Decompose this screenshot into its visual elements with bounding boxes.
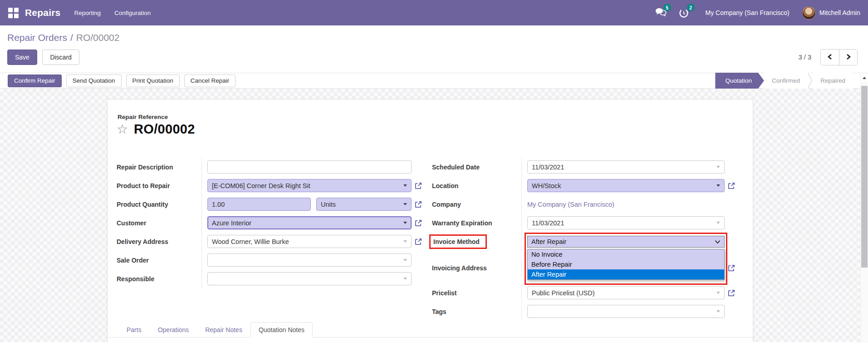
responsible-input[interactable] xyxy=(207,272,412,285)
dropdown-caret-icon[interactable] xyxy=(403,240,407,243)
notebook-tabs: Parts Operations Repair Notes Quotation … xyxy=(108,322,753,338)
form-action-buttons: Save Discard xyxy=(7,50,79,65)
dropdown-caret-icon[interactable] xyxy=(403,222,407,224)
dropdown-caret-icon[interactable] xyxy=(716,166,720,168)
tab-repair-notes[interactable]: Repair Notes xyxy=(197,322,250,338)
customer-label: Customer xyxy=(117,219,201,227)
app-name[interactable]: Repairs xyxy=(25,7,60,18)
menu-configuration[interactable]: Configuration xyxy=(114,10,151,16)
discard-button[interactable]: Discard xyxy=(42,50,79,65)
cancel-repair-button[interactable]: Cancel Repair xyxy=(184,75,236,87)
external-link-icon[interactable] xyxy=(725,182,736,190)
messages-button[interactable]: 5 xyxy=(655,7,667,18)
repairs-app-window: Repairs Reporting Configuration 5 xyxy=(0,0,868,343)
chevron-left-icon xyxy=(827,54,833,61)
company-value-link[interactable]: My Company (San Francisco) xyxy=(527,201,614,208)
user-menu[interactable]: Mitchell Admin xyxy=(802,6,860,20)
option-no-invoice[interactable]: No Invoice xyxy=(528,249,724,259)
tab-parts[interactable]: Parts xyxy=(118,322,150,338)
breadcrumb-current: RO/00002 xyxy=(76,32,120,43)
pager-next-button[interactable] xyxy=(839,50,857,65)
field-row-tags: Tags xyxy=(432,302,736,321)
uom-select[interactable]: Units xyxy=(316,198,412,211)
dropdown-caret-icon[interactable] xyxy=(716,310,720,313)
menu-reporting[interactable]: Reporting xyxy=(74,10,101,16)
location-value: WH/Stock xyxy=(532,182,561,189)
tags-input[interactable] xyxy=(527,305,725,318)
invoice-method-select-stack: After Repair No Invoice Before Repair Af… xyxy=(527,236,725,248)
external-link-icon[interactable] xyxy=(412,238,422,246)
confirm-repair-button[interactable]: Confirm Repair xyxy=(8,75,62,87)
product-to-repair-input[interactable]: [E-COM06] Corner Desk Right Sit xyxy=(207,179,412,192)
dropdown-caret-icon[interactable] xyxy=(716,184,720,187)
dropdown-caret-icon[interactable] xyxy=(403,203,407,205)
form-sheet: Repair Reference ☆ RO/00002 Repair Descr… xyxy=(107,99,753,342)
company-switcher[interactable]: My Company (San Francisco) xyxy=(706,9,790,16)
option-after-repair[interactable]: After Repair xyxy=(528,269,724,279)
repair-description-input[interactable] xyxy=(207,160,412,174)
left-field-group: Repair Description Product to Repair [E-… xyxy=(117,158,422,288)
avatar xyxy=(802,6,815,20)
reference-label: Repair Reference xyxy=(118,114,168,120)
vertical-scrollbar[interactable] xyxy=(860,74,868,343)
pager-counter: 3 / 3 xyxy=(799,54,811,61)
company-label: Company xyxy=(432,201,521,208)
product-to-repair-value: [E-COM06] Corner Desk Right Sit xyxy=(212,182,310,189)
external-link-icon[interactable] xyxy=(725,264,736,272)
scrollbar-up-arrow[interactable] xyxy=(861,74,868,82)
dropdown-caret-icon[interactable] xyxy=(403,259,407,261)
product-quantity-input[interactable]: 1.00 xyxy=(207,198,311,211)
warranty-expiration-input[interactable]: 11/03/2021 xyxy=(527,216,725,229)
record-title: RO/00002 xyxy=(134,122,195,137)
field-row-company: Company My Company (San Francisco) xyxy=(432,195,736,214)
top-navbar: Repairs Reporting Configuration 5 xyxy=(0,0,868,25)
status-step-quotation[interactable]: Quotation xyxy=(715,73,764,89)
dropdown-caret-icon[interactable] xyxy=(716,292,720,294)
dropdown-caret-icon[interactable] xyxy=(403,278,407,280)
field-row-product-to-repair: Product to Repair [E-COM06] Corner Desk … xyxy=(117,176,422,195)
chevron-right-icon xyxy=(846,54,851,61)
delivery-address-input[interactable]: Wood Corner, Willie Burke xyxy=(207,235,412,248)
invoice-method-select[interactable]: After Repair xyxy=(527,236,725,248)
external-link-icon[interactable] xyxy=(412,200,422,209)
pricelist-input[interactable]: Public Pricelist (USD) xyxy=(527,286,725,299)
scheduled-date-label: Scheduled Date xyxy=(432,164,521,171)
pager-prev-button[interactable] xyxy=(821,50,839,65)
activities-button[interactable]: 2 xyxy=(678,7,691,18)
pricelist-value: Public Pricelist (USD) xyxy=(532,289,595,297)
favorite-star-icon[interactable]: ☆ xyxy=(117,123,128,136)
scrollbar-thumb[interactable] xyxy=(861,86,868,268)
external-link-icon[interactable] xyxy=(412,182,422,190)
scheduled-date-input[interactable]: 11/03/2021 xyxy=(527,160,725,174)
location-input[interactable]: WH/Stock xyxy=(527,179,725,192)
sale-order-input[interactable] xyxy=(207,254,412,267)
breadcrumb-separator: / xyxy=(70,32,73,43)
status-steps: Quotation Confirmed Repaired xyxy=(715,73,853,89)
invoice-method-label: Invoice Method xyxy=(432,234,521,249)
breadcrumb-parent[interactable]: Repair Orders xyxy=(7,32,67,43)
invoicing-address-label: Invoicing Address xyxy=(432,264,521,272)
delivery-address-label: Delivery Address xyxy=(117,238,201,245)
send-quotation-button[interactable]: Send Quotation xyxy=(66,75,122,87)
repair-description-label: Repair Description xyxy=(117,164,201,171)
save-button[interactable]: Save xyxy=(7,50,37,65)
status-step-repaired[interactable]: Repaired xyxy=(813,73,853,89)
field-row-product-quantity: Product Quantity 1.00 Units xyxy=(117,195,422,214)
activity-clock-icon xyxy=(678,12,689,20)
option-before-repair[interactable]: Before Repair xyxy=(528,259,724,269)
dropdown-caret-icon[interactable] xyxy=(403,184,407,187)
select-chevron-icon xyxy=(715,238,721,245)
external-link-icon[interactable] xyxy=(725,289,736,297)
external-link-icon[interactable] xyxy=(412,219,422,227)
tab-quotation-notes[interactable]: Quotation Notes xyxy=(250,322,313,338)
apps-grid-icon[interactable] xyxy=(8,7,19,18)
scheduled-date-value: 11/03/2021 xyxy=(532,164,564,171)
dropdown-caret-icon[interactable] xyxy=(716,222,720,224)
customer-input[interactable]: Azure Interior xyxy=(207,216,412,229)
print-quotation-button[interactable]: Print Quotation xyxy=(126,75,180,87)
tab-operations[interactable]: Operations xyxy=(150,322,197,338)
pricelist-label: Pricelist xyxy=(432,289,521,297)
annotation-red-box-label: Invoice Method xyxy=(429,234,487,249)
status-step-confirmed[interactable]: Confirmed xyxy=(764,73,808,89)
invoice-method-value: After Repair xyxy=(531,238,566,245)
